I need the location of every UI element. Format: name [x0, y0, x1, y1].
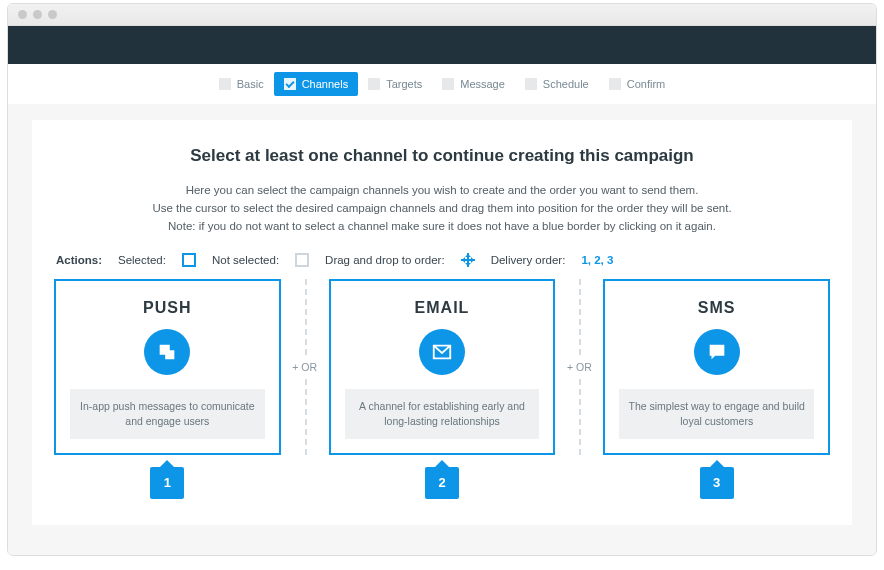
lead-line: Note: if you do not want to select a cha… [168, 220, 716, 232]
step-channels[interactable]: Channels [274, 72, 358, 96]
traffic-dot [18, 10, 27, 19]
unselected-box-icon [295, 253, 309, 267]
sms-icon [694, 329, 740, 375]
traffic-dot [48, 10, 57, 19]
step-label: Message [460, 78, 505, 90]
card-desc: In-app push messages to comunicate and e… [70, 389, 265, 438]
order-badge-3[interactable]: 3 [700, 467, 734, 499]
order-cell: 2 [329, 467, 556, 499]
card-desc: A channel for establishing early and lon… [345, 389, 540, 438]
legend-actions: Actions: [56, 254, 102, 266]
titlebar [8, 4, 876, 26]
svg-point-0 [713, 350, 715, 352]
checkbox-icon [525, 78, 537, 90]
svg-point-1 [716, 350, 718, 352]
legend-delivery-label: Delivery order: [491, 254, 566, 266]
move-icon [461, 253, 475, 267]
step-schedule[interactable]: Schedule [515, 72, 599, 96]
checkbox-icon [368, 78, 380, 90]
card-desc: The simplest way to engage and build loy… [619, 389, 814, 438]
step-basic[interactable]: Basic [209, 72, 274, 96]
order-cell: 1 [54, 467, 281, 499]
app-window: Basic Channels Targets Message Schedule … [7, 3, 877, 556]
lead-line: Here you can select the campaign channel… [186, 184, 699, 196]
step-label: Schedule [543, 78, 589, 90]
divider-label: + OR [565, 357, 594, 377]
selected-box-icon [182, 253, 196, 267]
channel-card-push[interactable]: PUSH In-app push messages to comunicate … [54, 279, 281, 454]
step-message[interactable]: Message [432, 72, 515, 96]
step-label: Basic [237, 78, 264, 90]
legend-notselected-label: Not selected: [212, 254, 279, 266]
svg-point-2 [719, 350, 721, 352]
channel-card-sms[interactable]: SMS The simplest way to engage and build… [603, 279, 830, 454]
email-icon [419, 329, 465, 375]
checkbox-icon [442, 78, 454, 90]
lead-text: Here you can select the campaign channel… [54, 182, 830, 235]
divider-label: + OR [290, 357, 319, 377]
lead-line: Use the cursor to select the desired cam… [152, 202, 731, 214]
divider: + OR [555, 279, 603, 454]
legend-delivery-value: 1, 2, 3 [581, 254, 613, 266]
checkbox-icon [219, 78, 231, 90]
card-title: SMS [619, 299, 814, 317]
page-title: Select at least one channel to continue … [54, 146, 830, 166]
order-badges: 1 2 3 [54, 467, 830, 499]
channel-cards: PUSH In-app push messages to comunicate … [54, 279, 830, 454]
card-title: EMAIL [345, 299, 540, 317]
legend-drag-label: Drag and drop to order: [325, 254, 445, 266]
card-title: PUSH [70, 299, 265, 317]
order-cell: 3 [603, 467, 830, 499]
stepper: Basic Channels Targets Message Schedule … [8, 64, 876, 104]
content-area: Select at least one channel to continue … [8, 104, 876, 555]
push-icon [144, 329, 190, 375]
order-badge-2[interactable]: 2 [425, 467, 459, 499]
step-label: Channels [302, 78, 348, 90]
divider: + OR [281, 279, 329, 454]
traffic-dot [33, 10, 42, 19]
check-icon [284, 78, 296, 90]
channel-card-email[interactable]: EMAIL A channel for establishing early a… [329, 279, 556, 454]
order-badge-1[interactable]: 1 [150, 467, 184, 499]
step-confirm[interactable]: Confirm [599, 72, 676, 96]
header-band [8, 26, 876, 64]
step-label: Targets [386, 78, 422, 90]
legend: Actions: Selected: Not selected: Drag an… [54, 249, 830, 279]
step-label: Confirm [627, 78, 666, 90]
legend-selected-label: Selected: [118, 254, 166, 266]
panel: Select at least one channel to continue … [32, 120, 852, 525]
checkbox-icon [609, 78, 621, 90]
step-targets[interactable]: Targets [358, 72, 432, 96]
